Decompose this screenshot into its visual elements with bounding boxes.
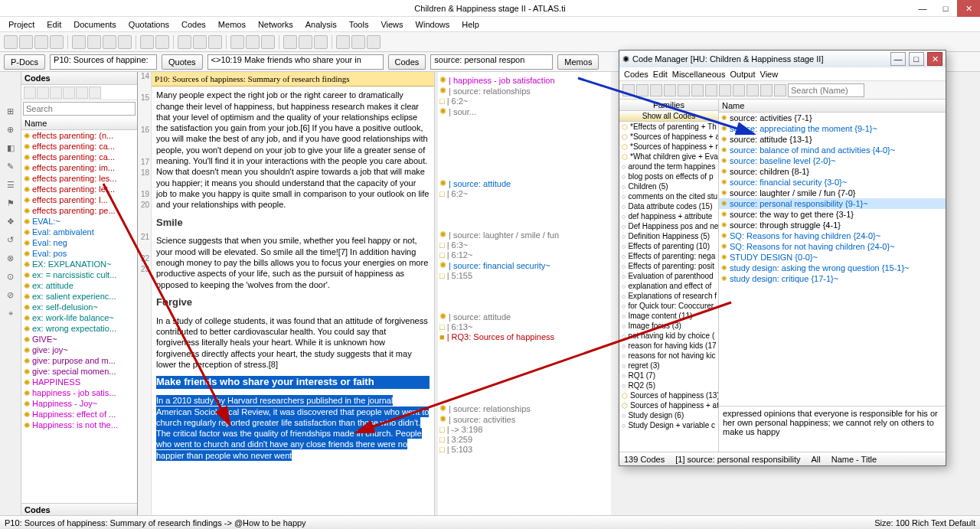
margin-code[interactable]: ✺| sour... [439, 106, 609, 117]
family-item[interactable]: Effects of parenting: nega [619, 251, 718, 261]
align-center-button[interactable] [246, 35, 260, 49]
menu-views[interactable]: Views [376, 18, 407, 31]
panel-tool-icon[interactable] [37, 87, 49, 99]
family-item[interactable]: for Quick tour: Cooccurer [619, 301, 718, 311]
align-right-button[interactable] [261, 35, 275, 49]
cm-code-item[interactable]: SQ: Reasons for having children {24-0}~ [719, 230, 946, 241]
codes-combo[interactable]: source: personal respon [430, 54, 553, 70]
doc-paragraph[interactable]: Many people expect the right job or the … [156, 90, 430, 210]
family-item[interactable]: *Effects of parenting + Th [619, 122, 718, 132]
code-item[interactable]: ✺effects parenting: l... [21, 194, 137, 205]
margin-code[interactable]: □| 6:2~ [439, 189, 609, 199]
tool-icon[interactable]: ⊞ [2, 103, 19, 119]
code-item[interactable]: ✺ex: = narcissistic cult... [21, 269, 137, 280]
doc-selection[interactable]: In a 2010 study by Harvard researchers p… [156, 395, 429, 460]
cm-code-item[interactable]: source: personal responsibility {9-1}~ [719, 198, 946, 209]
align-left-button[interactable] [230, 35, 244, 49]
minimize-button[interactable]: — [911, 0, 934, 17]
cm-code-item[interactable]: STUDY DESIGN {0-0}~ [719, 252, 946, 263]
code-item[interactable]: ✺effects parenting: im... [21, 162, 137, 173]
cm-menu-output[interactable]: Output [730, 70, 755, 79]
margin-code[interactable]: □| 5:103 [439, 445, 609, 455]
cm-tool-icon[interactable] [774, 84, 786, 96]
menu-documents[interactable]: Documents [69, 18, 121, 31]
code-item[interactable]: ✺give: purpose and m... [21, 355, 137, 366]
family-item[interactable]: def happiness + attribute [619, 211, 718, 221]
cm-tool-icon[interactable] [719, 84, 731, 96]
family-item[interactable]: reason for having kids (17 [619, 341, 718, 351]
family-item[interactable]: *Sources of happiness + r [619, 142, 718, 152]
code-item[interactable]: ✺HAPPINESS [21, 377, 137, 387]
family-item[interactable]: not having kid by choice ( [619, 331, 718, 341]
margin-code[interactable]: □| 6:3~ [439, 240, 609, 250]
doc-heading-selected[interactable]: Make friends who share your interests or… [156, 376, 430, 389]
cm-title-bar[interactable]: ✺ Code Manager [HU: Children & Happiness… [619, 51, 946, 67]
quotes-combo[interactable]: <>10:19 Make friends who share your in [207, 54, 384, 70]
undo-button[interactable] [140, 35, 154, 49]
cm-code-item[interactable]: source: activities {7-1} [719, 113, 946, 123]
cm-tool-icon[interactable] [691, 84, 704, 96]
family-item[interactable]: regret (3) [619, 361, 718, 371]
family-item[interactable]: Evaluation of parenthood [619, 271, 718, 281]
code-item[interactable]: ✺give: special momen... [21, 366, 137, 377]
code-item[interactable]: ✺Eval: ambivalent [21, 227, 137, 237]
cm-code-item[interactable]: SQ: Reasons for not having children {24-… [719, 241, 946, 252]
family-item[interactable]: Explanations of research f [619, 291, 718, 301]
cm-code-item[interactable]: source: children {8-1} [719, 166, 946, 177]
tool-icon[interactable]: ☰ [2, 176, 19, 193]
code-item[interactable]: ✺Happiness: is not the... [21, 420, 137, 430]
doc-heading-forgive[interactable]: Forgive [156, 296, 430, 309]
tool-icon[interactable]: ⊙ [2, 268, 19, 285]
document-view[interactable]: P10: Sources of happiness: Summary of re… [152, 72, 435, 516]
bold-button[interactable] [178, 35, 191, 49]
family-item[interactable]: *What children give + Eva [619, 152, 718, 162]
cm-code-item[interactable]: source: laughter / smile / fun {7-0} [719, 188, 946, 198]
cm-tool-icon[interactable] [650, 84, 662, 96]
code-item[interactable]: ✺Happiness: effect of ... [21, 409, 137, 420]
redo-button[interactable] [155, 35, 169, 49]
underline-button[interactable] [208, 35, 222, 49]
code-item[interactable]: ✺Happiness - Joy~ [21, 398, 137, 409]
toolbar-button[interactable] [50, 35, 64, 49]
cm-tool-icon[interactable] [760, 84, 773, 96]
codes-button[interactable]: Codes [388, 54, 426, 70]
family-item[interactable]: Sources of happiness + at [619, 400, 718, 410]
cm-code-item[interactable]: source: baseline level {2-0}~ [719, 155, 946, 166]
doc-paragraph[interactable]: Science suggests that when you smile, wh… [156, 235, 430, 289]
cm-search-input[interactable] [788, 83, 864, 97]
family-item[interactable]: comments on the cited stu [619, 191, 718, 201]
code-item[interactable]: ✺effects parenting: ca... [21, 152, 137, 162]
margin-code[interactable]: □| 6:2~ [439, 96, 609, 106]
cm-code-item[interactable]: source: balance of mind and activities {… [719, 145, 946, 155]
cm-maximize-button[interactable]: □ [909, 52, 924, 66]
panel-tool-icon[interactable] [24, 87, 36, 99]
toolbar-button[interactable] [367, 35, 381, 49]
toolbar-button[interactable] [34, 35, 48, 49]
margin-code[interactable]: ✺| source: relationships [439, 86, 609, 96]
family-item[interactable]: Def Happiness pos and ne [619, 221, 718, 231]
panel-tool-icon[interactable] [50, 87, 62, 99]
cm-menu-view[interactable]: View [760, 70, 779, 79]
codes-search-input[interactable] [23, 102, 136, 116]
maximize-button[interactable]: □ [934, 0, 957, 17]
toolbar-button[interactable] [118, 35, 132, 49]
code-item[interactable]: ✺effects parenting: les... [21, 173, 137, 184]
cm-tool-icon[interactable] [746, 84, 759, 96]
margin-code[interactable]: □| 6:12~ [439, 250, 609, 260]
close-button[interactable]: ✕ [957, 0, 980, 17]
family-item[interactable]: around the term happines [619, 162, 718, 171]
code-item[interactable]: ✺EVAL:~ [21, 216, 137, 227]
pdocs-button[interactable]: P-Docs [4, 54, 45, 70]
cm-code-item[interactable]: source: the way to get there {3-1} [719, 209, 946, 220]
cm-tool-icon[interactable] [622, 84, 635, 96]
cm-description[interactable]: expressed opinions that everyone is resp… [719, 406, 946, 452]
menu-memos[interactable]: Memos [214, 18, 250, 31]
family-item[interactable]: explanation and effect of [619, 281, 718, 291]
cm-code-item[interactable]: source: attitude {13-1} [719, 134, 946, 145]
margin-code[interactable]: ✺| source: laughter / smile / fun [439, 230, 609, 240]
menu-analysis[interactable]: Analysis [301, 18, 341, 31]
outdent-button[interactable] [314, 35, 328, 49]
list-button[interactable] [283, 35, 297, 49]
family-item[interactable]: Study Design + variable c [619, 420, 718, 430]
indent-button[interactable] [299, 35, 312, 49]
